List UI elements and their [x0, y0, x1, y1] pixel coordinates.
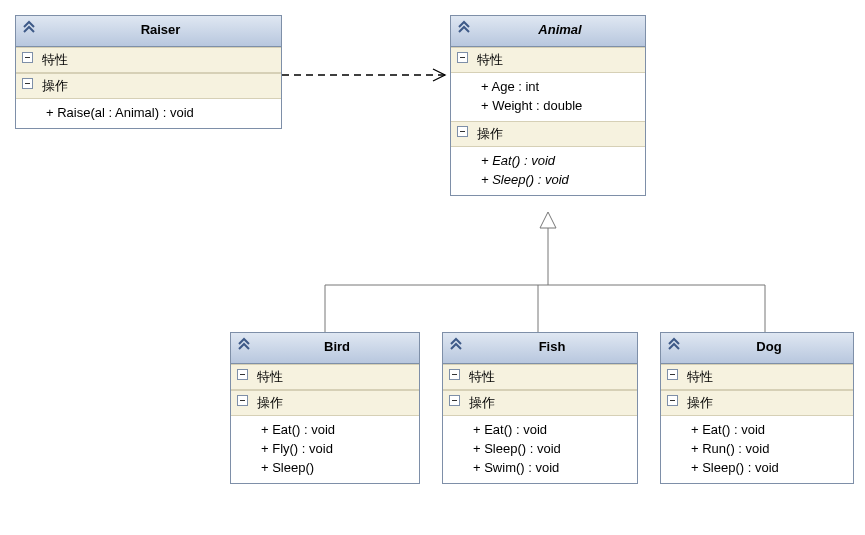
- operations-body: + Eat() : void + Sleep() : void: [451, 147, 645, 195]
- collapse-icon[interactable]: [237, 395, 248, 406]
- operation-row[interactable]: + Fly() : void: [261, 439, 411, 458]
- class-header-raiser[interactable]: Raiser: [16, 16, 281, 47]
- class-raiser[interactable]: Raiser 特性 操作 + Raise(al : Animal) : void: [15, 15, 282, 129]
- chevron-up-icon: [237, 337, 251, 351]
- collapse-icon[interactable]: [22, 78, 33, 89]
- attributes-label: 特性: [477, 52, 503, 67]
- operation-row[interactable]: + Eat() : void: [261, 420, 411, 439]
- operation-row[interactable]: + Eat() : void: [473, 420, 629, 439]
- attributes-header[interactable]: 特性: [451, 47, 645, 73]
- generalization-arrowhead: [540, 212, 556, 228]
- operation-row[interactable]: + Run() : void: [691, 439, 845, 458]
- collapse-icon[interactable]: [237, 369, 248, 380]
- operation-row[interactable]: + Sleep() : void: [691, 458, 845, 477]
- operation-row[interactable]: + Raise(al : Animal) : void: [46, 103, 273, 122]
- chevron-up-icon: [457, 20, 471, 34]
- collapse-icon[interactable]: [22, 52, 33, 63]
- operations-label: 操作: [477, 126, 503, 141]
- class-name: Dog: [756, 339, 781, 354]
- operations-label: 操作: [42, 78, 68, 93]
- attributes-label: 特性: [257, 369, 283, 384]
- collapse-icon[interactable]: [449, 369, 460, 380]
- attributes-label: 特性: [687, 369, 713, 384]
- class-header-dog[interactable]: Dog: [661, 333, 853, 364]
- operation-row[interactable]: + Sleep() : void: [473, 439, 629, 458]
- class-animal[interactable]: Animal 特性 + Age : int + Weight : double …: [450, 15, 646, 196]
- operation-row[interactable]: + Sleep(): [261, 458, 411, 477]
- collapse-icon[interactable]: [449, 395, 460, 406]
- collapse-icon[interactable]: [457, 52, 468, 63]
- class-name: Raiser: [141, 22, 181, 37]
- diagram-canvas: Raiser 特性 操作 + Raise(al : Animal) : void…: [0, 0, 865, 535]
- operation-row[interactable]: + Swim() : void: [473, 458, 629, 477]
- operations-body: + Eat() : void + Run() : void + Sleep() …: [661, 416, 853, 483]
- attributes-header[interactable]: 特性: [661, 364, 853, 390]
- class-header-bird[interactable]: Bird: [231, 333, 419, 364]
- operations-body: + Raise(al : Animal) : void: [16, 99, 281, 128]
- dependency-arrowhead: [433, 69, 445, 81]
- operations-header[interactable]: 操作: [443, 390, 637, 416]
- attributes-body: + Age : int + Weight : double: [451, 73, 645, 121]
- attributes-header[interactable]: 特性: [231, 364, 419, 390]
- class-name: Bird: [324, 339, 350, 354]
- collapse-icon[interactable]: [667, 369, 678, 380]
- operations-header[interactable]: 操作: [661, 390, 853, 416]
- class-fish[interactable]: Fish 特性 操作 + Eat() : void + Sleep() : vo…: [442, 332, 638, 484]
- attribute-row[interactable]: + Weight : double: [481, 96, 637, 115]
- operations-body: + Eat() : void + Fly() : void + Sleep(): [231, 416, 419, 483]
- operation-row[interactable]: + Sleep() : void: [481, 170, 637, 189]
- chevron-up-icon: [449, 337, 463, 351]
- collapse-icon[interactable]: [457, 126, 468, 137]
- operations-body: + Eat() : void + Sleep() : void + Swim()…: [443, 416, 637, 483]
- class-dog[interactable]: Dog 特性 操作 + Eat() : void + Run() : void …: [660, 332, 854, 484]
- operations-header[interactable]: 操作: [16, 73, 281, 99]
- chevron-up-icon: [22, 20, 36, 34]
- attribute-row[interactable]: + Age : int: [481, 77, 637, 96]
- class-header-fish[interactable]: Fish: [443, 333, 637, 364]
- operations-label: 操作: [257, 395, 283, 410]
- collapse-icon[interactable]: [667, 395, 678, 406]
- attributes-label: 特性: [469, 369, 495, 384]
- attributes-label: 特性: [42, 52, 68, 67]
- class-bird[interactable]: Bird 特性 操作 + Eat() : void + Fly() : void…: [230, 332, 420, 484]
- attributes-header[interactable]: 特性: [443, 364, 637, 390]
- attributes-header[interactable]: 特性: [16, 47, 281, 73]
- operation-row[interactable]: + Eat() : void: [691, 420, 845, 439]
- operations-header[interactable]: 操作: [451, 121, 645, 147]
- class-name: Animal: [538, 22, 581, 37]
- operations-header[interactable]: 操作: [231, 390, 419, 416]
- operations-label: 操作: [687, 395, 713, 410]
- class-header-animal[interactable]: Animal: [451, 16, 645, 47]
- operation-row[interactable]: + Eat() : void: [481, 151, 637, 170]
- class-name: Fish: [539, 339, 566, 354]
- chevron-up-icon: [667, 337, 681, 351]
- operations-label: 操作: [469, 395, 495, 410]
